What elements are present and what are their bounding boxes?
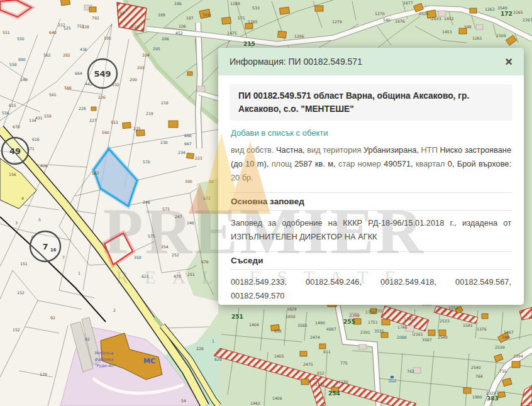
detail-segment: стар номер — [338, 159, 381, 168]
factory-name-line: "Руди-Ан" — [94, 363, 116, 368]
parcel-number: 2 — [113, 308, 116, 312]
road-number-label: 172 — [501, 11, 513, 17]
parcel-number: 666 — [184, 133, 192, 138]
parcel-number: 1829 — [287, 307, 297, 311]
parcel-number: 1745 — [404, 317, 414, 321]
parcel-number: 228 — [196, 346, 204, 351]
parcel-number: 1467 — [504, 330, 514, 334]
parcel-number: 230 — [160, 140, 168, 145]
parcel-number: 319 — [202, 13, 210, 17]
parcel-number: 1751 — [368, 320, 378, 324]
parcel-number: 1541 — [463, 323, 473, 327]
parcel-number: 1 — [78, 271, 80, 275]
parcel-number: 775 — [340, 361, 348, 365]
parcel-number: 2533 — [440, 319, 450, 323]
road-sign-number: 549 — [94, 69, 111, 79]
parcel-number: 358 — [134, 255, 141, 260]
parcel-number: 575 — [148, 234, 155, 238]
parcel-number: 548 — [464, 25, 472, 29]
parcel-number: 204 — [142, 53, 150, 57]
parcel-number: 1509 — [496, 33, 506, 38]
parcel-number: 559 — [44, 114, 52, 118]
parcel-number: 522 — [131, 25, 139, 29]
parcel-number: 10 — [209, 179, 214, 184]
parcel-number: 2540 — [471, 365, 481, 370]
parcel-number: 1270 — [375, 11, 385, 16]
parcel-number: 4887 — [326, 327, 336, 331]
parcel-number: 733 — [375, 309, 382, 313]
parcel-number: 573 — [162, 207, 170, 211]
parcel-number: 5 — [38, 217, 41, 222]
parcel-number: 1406 — [272, 396, 282, 400]
parcel-number: 2161 — [413, 332, 423, 336]
parcel-number: 151 — [20, 261, 28, 266]
parcel-number: 672 — [203, 196, 211, 200]
road-number-label: 383 — [487, 395, 499, 402]
parcel-number: 560 — [102, 130, 109, 134]
parcel-number: 858 — [274, 329, 282, 333]
close-icon[interactable]: × — [505, 55, 513, 68]
parcel-number: 140 — [20, 77, 28, 82]
parcel-number: 1551 — [448, 305, 458, 310]
detail-segment: 2587 кв. м, — [294, 159, 335, 168]
parcel-number: 156 — [9, 172, 16, 177]
parcel-number: 792 — [92, 16, 99, 20]
parcel-number: 282 — [63, 53, 70, 57]
parcel-number: 525 — [64, 26, 71, 30]
detail-segment: 490571, — [384, 159, 413, 168]
parcel-number: 1980 — [472, 395, 482, 399]
parcel-title: ПИ 00182.549.571 област Варна, община Ак… — [230, 84, 513, 121]
parcel-number: 436 — [80, 47, 87, 52]
parcel-number: 566 — [64, 85, 72, 90]
parcel-number: 2633 — [431, 16, 441, 21]
section-title-order: Основна заповед — [230, 192, 513, 211]
detail-segment: квартал — [416, 159, 445, 168]
parcel-number: 562 — [43, 53, 51, 57]
road-number-label: 215 — [243, 41, 255, 47]
popup-title: Информация: ПИ 00182.549.571 — [230, 57, 362, 67]
parcel-number: 3535 — [374, 329, 384, 333]
parcel-number: 553 — [111, 120, 118, 124]
parcel-number: 3585 — [297, 323, 308, 327]
parcel-number: 2088 — [397, 335, 407, 339]
parcel-number: 189 — [158, 13, 165, 17]
parcel-number: 4 — [21, 196, 24, 200]
detail-segment: вид собств. — [231, 145, 274, 155]
parcel-number: 571 — [238, 16, 245, 20]
parcel-number: 191 — [117, 11, 125, 15]
detail-segment: Брой върхове: — [457, 159, 511, 168]
parcel-details: вид собств. Частна, вид територия Урбани… — [231, 143, 511, 185]
parcel-number: 431 — [35, 116, 43, 120]
parcel-number: 3 — [15, 221, 18, 225]
parcel-number: 540 — [383, 18, 391, 22]
parcel-number: 92 — [85, 337, 90, 341]
parcel-number: 567 — [92, 171, 99, 175]
parcel-number: 1286 — [294, 34, 304, 38]
detail-segment: 20 бр. — [231, 173, 253, 182]
section-body-neighbors: 00182.549.233, 00182.549.246, 00182.549.… — [231, 275, 511, 303]
parcel-number: 206 — [162, 36, 169, 41]
parcel-number: 670 — [13, 124, 20, 129]
parcel-number: 1261 — [472, 36, 482, 40]
add-to-list-link[interactable]: Добави в списък с обекти — [231, 128, 328, 138]
parcel-number: 1376 — [477, 327, 487, 331]
parcel-number: 218 — [161, 101, 169, 105]
parcel-number: 764 — [475, 374, 483, 378]
popup-header: Информация: ПИ 00182.549.571 × — [218, 48, 524, 75]
parcel-number: 478 — [174, 274, 181, 278]
parcel-number: 1490 — [315, 321, 325, 325]
parcel-number: 1677 — [403, 1, 413, 5]
parcel-number: 248 — [187, 221, 194, 225]
parcel-number: 640 — [49, 30, 57, 35]
parcel-number: 2329 — [486, 391, 496, 395]
parcel-number: 203 — [137, 65, 145, 70]
parcel-number: 300 — [185, 179, 192, 184]
parcel-number: 1453 — [442, 30, 452, 34]
parcel-number: 1475 — [227, 31, 237, 35]
parcel-number: 129 — [40, 372, 47, 376]
parcel-number: 616 — [32, 137, 40, 141]
road-sign-number: 7 — [42, 242, 48, 251]
parcel-number: 1750 — [365, 310, 375, 314]
parcel-number: 226 — [98, 95, 106, 99]
parcel-number: 1405 — [274, 354, 284, 358]
